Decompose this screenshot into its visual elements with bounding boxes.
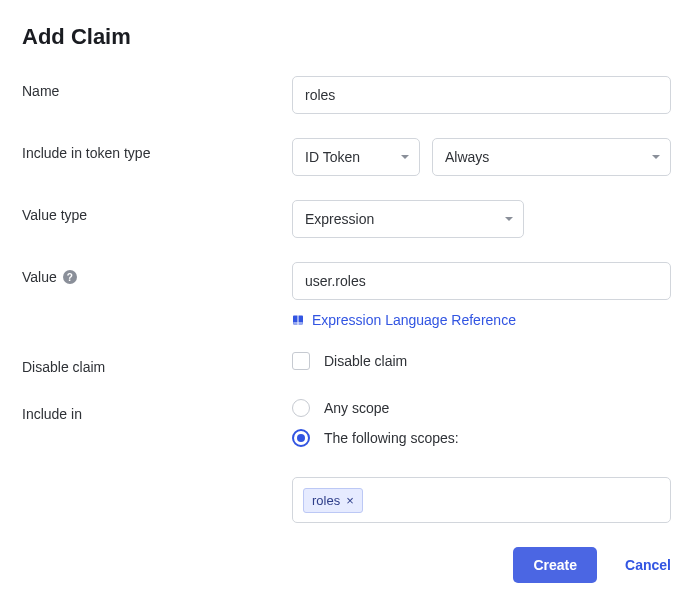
remove-tag-icon[interactable]: ×	[346, 494, 354, 507]
label-token-type: Include in token type	[22, 138, 292, 161]
value-type-selected: Expression	[305, 211, 374, 227]
modal-footer: Create Cancel	[22, 547, 671, 583]
scope-tag: roles ×	[303, 488, 363, 513]
row-value: Value ? Expression Language Reference	[22, 262, 671, 328]
value-type-select[interactable]: Expression	[292, 200, 524, 238]
token-type-selected: ID Token	[305, 149, 360, 165]
scopes-tag-input[interactable]: roles ×	[292, 477, 671, 523]
label-value: Value	[22, 269, 57, 285]
row-value-type: Value type Expression	[22, 200, 671, 238]
row-token-type: Include in token type ID Token Always	[22, 138, 671, 176]
row-disable-claim: Disable claim Disable claim	[22, 352, 671, 375]
chevron-down-icon	[652, 155, 660, 159]
value-input[interactable]	[292, 262, 671, 300]
token-type-select[interactable]: ID Token	[292, 138, 420, 176]
modal-title: Add Claim	[22, 24, 671, 50]
label-include-in: Include in	[22, 399, 292, 422]
token-when-selected: Always	[445, 149, 489, 165]
radio-any-scope-button[interactable]	[292, 399, 310, 417]
label-disable-claim: Disable claim	[22, 352, 292, 375]
radio-following-scopes-label: The following scopes:	[324, 430, 459, 446]
disable-claim-option-label: Disable claim	[324, 353, 407, 369]
add-claim-modal: Add Claim Name Include in token type ID …	[0, 0, 693, 591]
name-input[interactable]	[292, 76, 671, 114]
token-when-select[interactable]: Always	[432, 138, 671, 176]
expression-reference-link[interactable]: Expression Language Reference	[312, 312, 516, 328]
book-icon	[292, 314, 304, 326]
radio-following-scopes[interactable]: The following scopes:	[292, 429, 671, 447]
expression-reference-row: Expression Language Reference	[292, 312, 671, 328]
row-include-in: Include in Any scope The following scope…	[22, 399, 671, 523]
include-in-radio-group: Any scope The following scopes:	[292, 399, 671, 447]
help-icon[interactable]: ?	[63, 270, 77, 284]
disable-claim-checkbox[interactable]	[292, 352, 310, 370]
label-value-type: Value type	[22, 200, 292, 223]
chevron-down-icon	[401, 155, 409, 159]
cancel-button[interactable]: Cancel	[625, 557, 671, 573]
radio-any-scope-label: Any scope	[324, 400, 389, 416]
disable-claim-checkbox-row[interactable]: Disable claim	[292, 352, 671, 370]
label-name: Name	[22, 76, 292, 99]
chevron-down-icon	[505, 217, 513, 221]
scope-tag-label: roles	[312, 493, 340, 508]
radio-any-scope[interactable]: Any scope	[292, 399, 671, 417]
radio-following-scopes-button[interactable]	[292, 429, 310, 447]
create-button[interactable]: Create	[513, 547, 597, 583]
radio-dot-icon	[297, 434, 305, 442]
row-name: Name	[22, 76, 671, 114]
